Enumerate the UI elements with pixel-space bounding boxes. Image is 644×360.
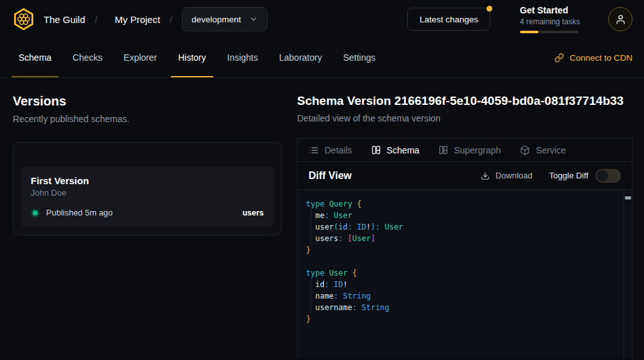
target-selector-dropdown[interactable]: development [182, 7, 267, 31]
versions-title: Versions [13, 94, 282, 109]
progress-fill [520, 31, 538, 33]
header-right: Latest changes Get Started 4 remaining t… [407, 5, 632, 33]
nav-tabs: Schema Checks Explorer History Insights … [12, 38, 390, 77]
download-icon [481, 171, 490, 180]
tab-checks[interactable]: Checks [65, 38, 109, 77]
get-started-title: Get Started [520, 5, 579, 15]
version-service-badge: users [243, 208, 264, 217]
get-started-remaining-tasks: 4 remaining tasks [520, 17, 579, 26]
version-name: First Version [31, 175, 264, 186]
diff-view-actions: Download Toggle Diff [481, 169, 621, 183]
version-author: John Doe [31, 188, 264, 198]
target-selector-value: development [191, 15, 241, 24]
code-line: name: String [306, 290, 619, 302]
tab-insights[interactable]: Insights [220, 38, 265, 77]
code-scrollbar[interactable] [624, 190, 632, 359]
published-status-dot [33, 210, 38, 215]
tab-label: History [178, 52, 206, 63]
tab-label: Checks [72, 52, 102, 63]
code-line: username: String [306, 302, 619, 313]
breadcrumb-separator: / [85, 14, 107, 25]
top-header: The Guild / My Project / development Lat… [0, 0, 644, 38]
detail-tab-bar: Details Schema Supergraph [298, 139, 632, 162]
package-icon [520, 145, 530, 155]
latest-changes-label: Latest changes [419, 15, 478, 24]
code-line: type User { [306, 267, 619, 279]
tab-settings[interactable]: Settings [336, 38, 383, 77]
schema-version-detail: Schema Version 2166196f-5e10-4059-bd0a-0… [297, 78, 644, 360]
versions-panel: Versions Recently published schemas. Fir… [0, 78, 297, 360]
toggle-diff-switch[interactable] [595, 169, 621, 183]
tab-label: Settings [343, 52, 376, 63]
code-line: id: ID! [306, 279, 619, 290]
code-line: users: [User] [306, 233, 619, 244]
columns-icon [439, 145, 448, 155]
get-started-widget[interactable]: Get Started 4 remaining tasks [520, 5, 579, 33]
code-line: } [306, 244, 619, 256]
version-status-text: Published 5m ago [46, 208, 113, 217]
notification-dot [487, 6, 492, 12]
breadcrumb-separator: / [160, 14, 182, 25]
tab-label: Details [325, 145, 352, 155]
tab-laboratory[interactable]: Laboratory [272, 38, 329, 77]
list-icon [309, 145, 319, 155]
tab-label: Laboratory [279, 52, 322, 63]
code-line: user(id: ID!): User [306, 221, 619, 233]
latest-changes-button[interactable]: Latest changes [407, 8, 490, 31]
version-list-item[interactable]: First Version John Doe Published 5m ago … [20, 167, 274, 227]
version-status-row: Published 5m ago users [31, 208, 264, 217]
switch-knob [597, 170, 608, 182]
get-started-progress-bar [520, 31, 579, 33]
schema-detail-panel: Details Schema Supergraph [297, 138, 632, 359]
connect-to-cdn-button[interactable]: Connect to CDN [554, 38, 632, 77]
target-nav: Schema Checks Explorer History Insights … [0, 38, 644, 78]
toggle-diff-label: Toggle Diff [549, 171, 588, 180]
versions-subtitle: Recently published schemas. [13, 114, 282, 124]
tab-supergraph[interactable]: Supergraph [439, 145, 501, 155]
schema-code-viewer[interactable]: type Query {me: Useruser(id: ID!): Useru… [298, 189, 632, 359]
breadcrumb-project[interactable]: My Project [115, 14, 160, 25]
code-line: me: User [306, 210, 619, 221]
tab-label: Schema [19, 52, 51, 63]
tab-explorer[interactable]: Explorer [117, 38, 164, 77]
schema-version-title: Schema Version 2166196f-5e10-4059-bd0a-0… [297, 94, 632, 108]
schema-version-subtitle: Detailed view of the schema version [297, 113, 632, 123]
code-line: } [306, 313, 619, 325]
tab-schema-view[interactable]: Schema [371, 145, 419, 155]
tab-label: Schema [387, 145, 419, 155]
code-line [306, 256, 619, 267]
tab-service[interactable]: Service [520, 145, 566, 155]
tab-label: Service [536, 145, 566, 155]
chevron-down-icon [249, 15, 258, 24]
tab-label: Insights [227, 52, 258, 63]
code-scrollbar-thumb[interactable] [625, 196, 631, 200]
tab-label: Supergraph [454, 145, 501, 155]
code-line: type Query { [306, 198, 619, 210]
hive-logo-icon [12, 7, 36, 31]
diff-view-header: Diff View Download Toggle Diff [298, 162, 632, 189]
user-avatar[interactable] [608, 7, 632, 31]
diff-view-title: Diff View [309, 170, 351, 182]
code-block: type Query {me: Useruser(id: ID!): Useru… [306, 198, 619, 325]
main-content: Versions Recently published schemas. Fir… [0, 78, 644, 360]
tab-history[interactable]: History [171, 38, 213, 77]
toggle-diff-control: Toggle Diff [549, 169, 621, 183]
download-button[interactable]: Download [481, 171, 533, 180]
link-icon [554, 53, 564, 63]
versions-list-card: First Version John Doe Published 5m ago … [13, 142, 282, 235]
download-label: Download [495, 171, 533, 180]
tab-label: Explorer [124, 52, 157, 63]
tab-details[interactable]: Details [309, 145, 352, 155]
columns-icon [371, 145, 381, 155]
tab-schema[interactable]: Schema [12, 38, 58, 77]
breadcrumb-org[interactable]: The Guild [44, 14, 85, 25]
user-icon [615, 14, 626, 25]
connect-to-cdn-label: Connect to CDN [570, 53, 632, 63]
hive-logo[interactable] [12, 7, 36, 31]
